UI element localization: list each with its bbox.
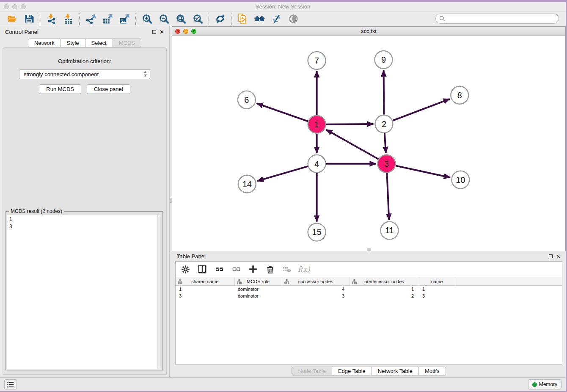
refresh-button[interactable]	[212, 12, 228, 25]
graph-node-label-4: 4	[314, 159, 319, 168]
main-toolbar	[0, 11, 566, 26]
tab-network[interactable]: Network	[28, 39, 61, 47]
float-table-panel-icon[interactable]	[549, 254, 553, 258]
show-graphics-details-button[interactable]	[268, 12, 285, 25]
control-panel: Control Panel ✕ Network Style Select MCD…	[0, 26, 169, 377]
export-network-icon	[85, 14, 96, 24]
plus-icon	[248, 265, 258, 274]
open-file-button[interactable]	[3, 12, 20, 25]
tab-edge-table[interactable]: Edge Table	[332, 367, 372, 375]
import-table-button[interactable]	[60, 12, 77, 25]
export-network-button[interactable]	[82, 12, 99, 25]
table-row[interactable]: 1 dominator 4 1 1	[176, 286, 562, 293]
save-session-button[interactable]	[20, 12, 37, 25]
status-bar: Memory	[0, 377, 566, 391]
search-input[interactable]	[448, 15, 559, 22]
mcds-result-title: MCDS result (2 nodes)	[9, 208, 64, 214]
graph-node-label-11: 11	[385, 226, 394, 235]
optimization-criterion-dropdown[interactable]: strongly connected component	[19, 69, 150, 79]
graph-edge-1-6[interactable]	[256, 103, 308, 121]
column-header-filler	[455, 277, 562, 286]
table-row[interactable]: 3 dominator 3 2 3	[176, 293, 562, 299]
horizontal-splitter-handle[interactable]	[367, 248, 371, 251]
hierarchy-icon	[178, 279, 182, 284]
graph-edge-2-9[interactable]	[384, 70, 384, 115]
graph-node-label-14: 14	[242, 179, 252, 189]
fit-content-button[interactable]	[172, 12, 189, 25]
home-button[interactable]	[251, 12, 268, 25]
column-header-mcds-role[interactable]: MCDS role	[234, 277, 282, 286]
column-header-name[interactable]: name	[419, 277, 455, 286]
toolbar-separator	[209, 13, 209, 25]
window-title: Session: New Session	[0, 3, 566, 10]
zoom-out-button[interactable]	[155, 12, 172, 25]
graph-node-label-9: 9	[381, 55, 386, 64]
hierarchy-icon	[284, 279, 289, 284]
table-panel: Table Panel ✕	[172, 251, 566, 377]
titlebar: Session: New Session	[0, 2, 566, 11]
list-icon	[6, 381, 15, 388]
presentation-mode-icon	[288, 14, 299, 24]
close-panel-button[interactable]: Close panel	[87, 84, 130, 94]
function-builder-button[interactable]: f(x)	[298, 264, 309, 275]
graph-node-label-1: 1	[314, 120, 319, 129]
gear-icon	[181, 265, 190, 274]
graph-edge-3-1[interactable]	[326, 130, 378, 159]
dropdown-value: strongly connected component	[24, 71, 99, 77]
graph-node-label-3: 3	[384, 159, 389, 168]
add-column-button[interactable]	[248, 264, 259, 275]
tab-style[interactable]: Style	[61, 39, 85, 47]
table-settings-button[interactable]	[180, 264, 191, 275]
column-header-shared-name[interactable]: shared name	[176, 277, 234, 286]
fit-content-icon	[176, 14, 186, 24]
tab-network-table[interactable]: Network Table	[372, 367, 419, 375]
export-table-button[interactable]	[99, 12, 116, 25]
delete-column-button[interactable]	[264, 264, 275, 275]
graph-edge-4-14[interactable]	[257, 166, 308, 181]
split-panel-button[interactable]	[197, 264, 208, 275]
import-network-button[interactable]	[43, 12, 60, 25]
zoom-in-button[interactable]	[138, 12, 155, 25]
graph-edge-2-3[interactable]	[385, 133, 386, 153]
run-mcds-button[interactable]: Run MCDS	[39, 84, 81, 94]
column-header-predecessor-nodes[interactable]: predecessor nodes	[350, 277, 419, 286]
right-column: × − + scc.txt 7968124314101511 Table Pan…	[172, 26, 566, 377]
open-file-icon	[7, 14, 17, 24]
presentation-mode-button[interactable]	[285, 12, 302, 25]
application-window: Session: New Session	[0, 2, 566, 391]
zoom-selected-button[interactable]	[189, 12, 206, 25]
result-scrollbar[interactable]	[157, 215, 160, 369]
clone-network-button[interactable]	[234, 12, 251, 25]
graph-edge-3-10[interactable]	[396, 166, 450, 177]
column-header-successor-nodes[interactable]: successor nodes	[282, 277, 350, 286]
close-table-panel-icon[interactable]: ✕	[556, 254, 561, 259]
network-graph[interactable]: 7968124314101511	[172, 36, 565, 251]
tab-node-table[interactable]: Node Table	[292, 367, 332, 375]
tab-motifs[interactable]: Motifs	[419, 367, 446, 375]
memory-status-icon	[532, 382, 537, 387]
delete-table-icon	[282, 265, 292, 273]
refresh-icon	[215, 14, 226, 24]
show-graphics-details-icon	[271, 14, 282, 24]
export-image-button[interactable]	[116, 12, 133, 25]
tab-mcds[interactable]: MCDS	[113, 39, 141, 47]
select-all-button[interactable]	[214, 264, 225, 275]
graph-node-label-15: 15	[312, 227, 322, 237]
graph-edge-1-2[interactable]	[326, 124, 374, 124]
delete-table-button[interactable]	[281, 264, 292, 275]
deselect-all-button[interactable]	[231, 264, 242, 275]
graph-node-label-7: 7	[314, 56, 319, 65]
mcds-result-list[interactable]: 1 3	[7, 215, 160, 369]
close-panel-icon[interactable]: ✕	[160, 29, 164, 35]
graph-edge-2-8[interactable]	[393, 99, 450, 121]
graph-edge-3-11[interactable]	[387, 173, 389, 220]
tab-select[interactable]: Select	[85, 39, 113, 47]
network-canvas[interactable]: 7968124314101511	[172, 36, 565, 251]
dropdown-stepper-icon	[143, 71, 147, 78]
show-panels-button[interactable]	[4, 379, 17, 389]
node-table: shared name MCDS role successor nodes pr…	[176, 277, 562, 299]
float-panel-icon[interactable]	[152, 30, 156, 34]
memory-button[interactable]: Memory	[528, 379, 561, 389]
vertical-splitter[interactable]	[169, 26, 172, 377]
table-panel-title: Table Panel	[177, 253, 206, 259]
